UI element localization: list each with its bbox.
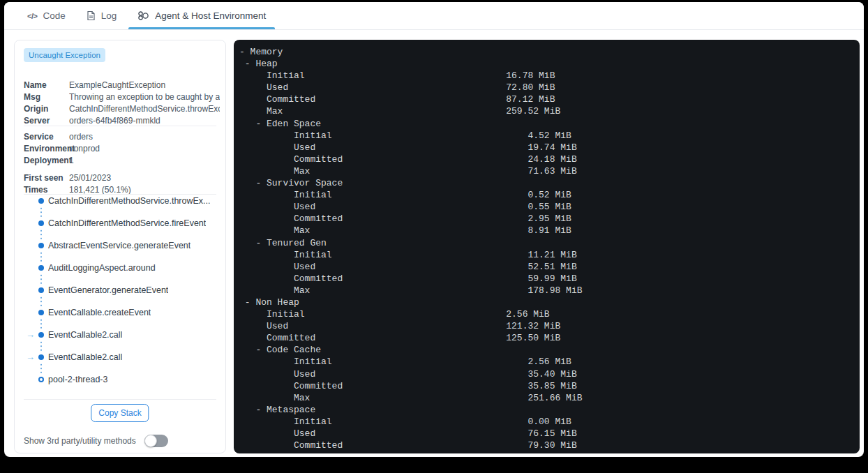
exception-fields: NameExampleCaughtExceptionMsgThrowing an…	[24, 80, 220, 127]
frame-marker-icon	[38, 198, 44, 204]
app-window: </> Code Log Agent & Host Environment Un…	[4, 2, 864, 457]
tab-log[interactable]: Log	[76, 2, 128, 29]
stack-connector	[40, 273, 42, 285]
exception-meta: ServiceordersEnvironmentnonprodDeploymen…	[24, 131, 220, 167]
env-tree-row: - Memory	[239, 46, 860, 58]
stack-frame[interactable]: EventCallable2.call	[48, 352, 122, 363]
env-tree-row: - Code Cache	[239, 344, 860, 356]
env-tree-row: Initial 2.56 MiB	[239, 308, 860, 320]
frame-marker-icon	[38, 243, 44, 248]
frame-marker-icon	[38, 354, 44, 360]
env-tree-row: - Tenured Gen	[239, 237, 860, 249]
field-row: First seen25/01/2023	[24, 172, 220, 184]
tab-log-label: Log	[101, 10, 117, 21]
field-row: Deployment1	[24, 155, 220, 167]
tab-agent-host-environment[interactable]: Agent & Host Environment	[127, 2, 276, 29]
env-tree-row: - Non Heap	[239, 296, 860, 308]
stack-connector	[40, 318, 42, 329]
env-tree-row: Initial 11.21 MiB	[239, 249, 860, 261]
exception-details-card: Uncaught Exception NameExampleCaughtExce…	[14, 40, 226, 453]
stack-frame[interactable]: CatchInDifferentMethodService.fireEvent	[48, 218, 206, 229]
agent-env-icon	[137, 10, 149, 21]
field-label: Origin	[24, 103, 69, 115]
env-tree-row: Max 8.91 MiB	[239, 225, 860, 236]
code-icon: </>	[27, 12, 37, 20]
exception-stats: First seen25/01/2023Times181,421 (50.1%)	[24, 172, 220, 196]
env-tree-row: Used 121.32 MiB	[239, 320, 860, 332]
third-party-toggle-row: Show 3rd party/utility methods	[24, 435, 218, 447]
environment-tree: - Memory - Heap Initial 16.78 MiB Used 7…	[239, 46, 860, 453]
stack-frame[interactable]: AbstractEventService.generateEvent	[48, 240, 190, 251]
stack-frame[interactable]: AuditLoggingAspect.around	[48, 262, 156, 273]
env-tree-row: Committed 125.50 MiB	[239, 332, 860, 344]
env-tree-row: - Metaspace	[239, 404, 860, 416]
env-tree-row: Max 178.98 MiB	[239, 285, 860, 296]
tab-code-label: Code	[43, 10, 65, 21]
divider	[24, 194, 216, 195]
tab-code[interactable]: </> Code	[17, 2, 76, 29]
env-tree-row: Max 259.52 MiB	[239, 105, 860, 117]
field-value: ExampleCaughtException	[69, 80, 220, 91]
field-row: OriginCatchInDifferentMethodService.thro…	[24, 103, 220, 115]
env-tree-row: Initial 0.00 MiB	[239, 416, 860, 428]
env-tree-row: Used 76.15 MiB	[239, 428, 860, 440]
env-tree-row: Used 52.51 MiB	[239, 261, 860, 273]
env-tree-row: Committed 87.12 MiB	[239, 93, 860, 105]
stack-frame[interactable]: CatchInDifferentMethodService.throwEx...	[48, 195, 211, 207]
third-party-toggle[interactable]	[144, 435, 168, 447]
field-row: Environmentnonprod	[24, 143, 220, 155]
field-row: NameExampleCaughtException	[24, 80, 220, 91]
field-value: 25/01/2023	[69, 172, 220, 184]
env-tree-row: Committed 35.85 MiB	[239, 380, 860, 392]
env-tree-row: Initial 16.78 MiB	[239, 70, 860, 82]
stack-frame[interactable]: EventCallable.createEvent	[48, 307, 151, 318]
third-party-toggle-label: Show 3rd party/utility methods	[24, 436, 136, 446]
env-tree-row: Used 0.55 MiB	[239, 201, 860, 213]
env-tree-row: - Heap	[239, 58, 860, 70]
field-value: Throwing an exception to be caught by a …	[69, 91, 220, 103]
stack-frame[interactable]: EventGenerator.generateEvent	[48, 285, 168, 296]
env-tree-row: Used 19.74 MiB	[239, 142, 860, 153]
env-tree-row: Used 72.80 MiB	[239, 82, 860, 93]
toggle-knob	[144, 435, 157, 447]
field-label: Msg	[24, 91, 69, 103]
frame-marker-icon	[38, 332, 44, 338]
env-tree-row: Max 251.66 MiB	[239, 392, 860, 404]
field-label: Deployment	[24, 155, 69, 167]
env-tree-row: - Compressed Class Space	[239, 451, 860, 453]
field-value: nonprod	[69, 143, 220, 155]
copy-stack-button[interactable]: Copy Stack	[91, 404, 149, 422]
field-value: orders	[69, 131, 220, 143]
frame-marker-icon	[38, 265, 44, 271]
field-label: Service	[24, 131, 69, 143]
stack-connector	[40, 229, 42, 240]
stack-connector	[40, 363, 42, 374]
thread-marker-icon	[38, 377, 44, 382]
env-tree-row: Committed 79.30 MiB	[239, 440, 860, 451]
stack-connector	[40, 340, 42, 352]
env-tree-row: Max 71.63 MiB	[239, 165, 860, 177]
env-tree-row: - Eden Space	[239, 118, 860, 130]
stack-connector	[40, 207, 42, 218]
env-tree-row: - Survivor Space	[239, 177, 860, 189]
log-icon	[87, 10, 96, 21]
env-tree-row: Committed 24.18 MiB	[239, 153, 860, 165]
frame-marker-icon	[38, 287, 44, 293]
stack-connector	[40, 296, 42, 307]
field-label: Name	[24, 80, 69, 91]
env-tree-row: Initial 2.56 MiB	[239, 356, 860, 368]
tab-bar: </> Code Log Agent & Host Environment	[4, 2, 864, 30]
env-tree-row: Committed 2.95 MiB	[239, 213, 860, 225]
tab-agent-label: Agent & Host Environment	[155, 10, 266, 21]
agent-environment-panel[interactable]: - Memory - Heap Initial 16.78 MiB Used 7…	[234, 40, 860, 453]
divider	[24, 126, 216, 126]
field-value: CatchInDifferentMethodService.throwExcep	[69, 103, 220, 115]
env-tree-row: Initial 4.52 MiB	[239, 130, 860, 142]
stack-frame[interactable]: pool-2-thread-3	[48, 374, 107, 385]
stack-frame[interactable]: EventCallable2.call	[48, 329, 122, 340]
env-tree-row: Initial 0.52 MiB	[239, 189, 860, 201]
env-tree-row: Committed 59.99 MiB	[239, 273, 860, 285]
exception-type-badge: Uncaught Exception	[24, 48, 105, 62]
current-frame-arrow-icon: →	[26, 329, 36, 340]
env-tree-row: Used 35.40 MiB	[239, 368, 860, 380]
